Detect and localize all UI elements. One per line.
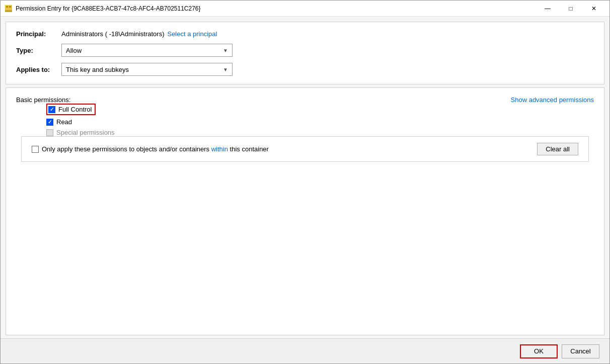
permissions-list: Full Control Read Special permissions (46, 104, 594, 136)
applies-to-label: Applies to: (16, 66, 61, 73)
type-dropdown[interactable]: Allow ▼ (61, 44, 233, 57)
ok-button[interactable]: OK (520, 344, 558, 358)
only-apply-row: Only apply these permissions to objects … (32, 145, 269, 153)
type-dropdown-arrow: ▼ (223, 48, 228, 53)
window-title: Permission Entry for {9CA88EE3-ACB7-47c8… (16, 5, 536, 12)
principal-row: Principal: Administrators ( -18\Administ… (16, 30, 594, 38)
principal-label: Principal: (16, 30, 61, 38)
title-bar: Permission Entry for {9CA88EE3-ACB7-47c8… (1, 1, 609, 17)
section-title: Basic permissions: (16, 96, 70, 104)
principal-value: Administrators ( -18\Administrators) Sel… (61, 30, 217, 38)
window-content: Principal: Administrators ( -18\Administ… (1, 17, 609, 338)
principal-name: Administrators ( -18\Administrators) (61, 30, 164, 38)
applies-to-dropdown-value: This key and subkeys (66, 66, 129, 73)
type-label: Type: (16, 47, 61, 54)
special-permissions-checkbox[interactable] (46, 129, 53, 136)
show-advanced-permissions-link[interactable]: Show advanced permissions (511, 96, 594, 104)
close-button[interactable]: ✕ (582, 1, 605, 17)
permission-special: Special permissions (46, 129, 594, 136)
permissions-section: Basic permissions: Show advanced permiss… (6, 87, 604, 335)
full-control-checkbox[interactable] (48, 106, 55, 113)
select-principal-link[interactable]: Select a principal (167, 30, 217, 38)
read-label: Read (56, 118, 72, 126)
minimize-button[interactable]: — (536, 1, 559, 17)
permission-read: Read (46, 118, 594, 126)
clear-all-button[interactable]: Clear all (537, 143, 578, 155)
type-dropdown-value: Allow (66, 47, 82, 54)
cancel-button[interactable]: Cancel (562, 344, 599, 358)
svg-rect-1 (6, 6, 8, 8)
type-row: Type: Allow ▼ (16, 44, 594, 57)
special-permissions-label: Special permissions (56, 129, 115, 136)
full-control-label: Full Control (58, 106, 92, 113)
full-control-highlight: Full Control (46, 104, 96, 115)
only-apply-text: Only apply these permissions to objects … (42, 145, 269, 153)
bottom-bar: Only apply these permissions to objects … (21, 136, 589, 162)
permission-entry-window: Permission Entry for {9CA88EE3-ACB7-47c8… (0, 0, 610, 364)
permission-full-control: Full Control (46, 104, 594, 115)
svg-rect-3 (5, 10, 12, 12)
only-apply-checkbox[interactable] (32, 146, 39, 153)
window-icon (5, 5, 13, 13)
applies-to-row: Applies to: This key and subkeys ▼ (16, 63, 594, 76)
read-checkbox[interactable] (46, 119, 53, 126)
applies-to-dropdown-arrow: ▼ (223, 67, 228, 72)
top-section: Principal: Administrators ( -18\Administ… (6, 22, 604, 84)
applies-to-dropdown[interactable]: This key and subkeys ▼ (61, 63, 233, 76)
svg-rect-2 (9, 6, 11, 8)
maximize-button[interactable]: □ (559, 1, 582, 17)
window-controls: — □ ✕ (536, 1, 605, 17)
footer-bar: OK Cancel (1, 338, 609, 363)
